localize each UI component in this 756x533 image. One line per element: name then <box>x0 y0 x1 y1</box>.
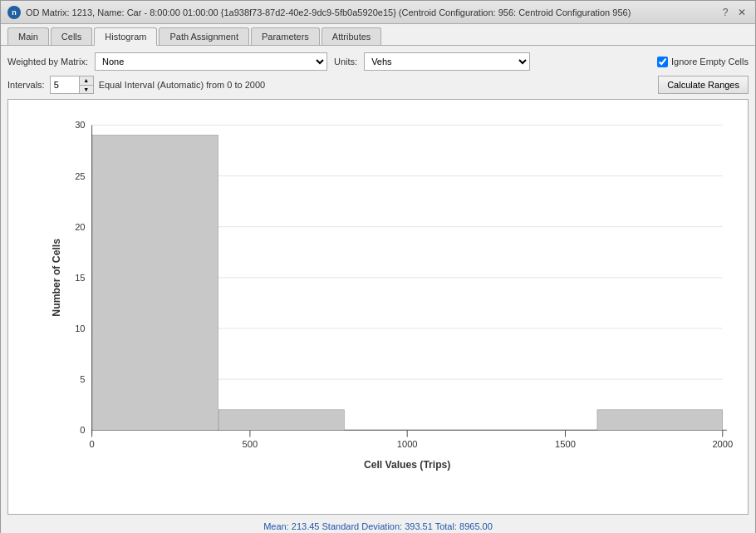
ignore-empty-text: Ignore Empty Cells <box>671 57 749 67</box>
bar-5 <box>597 410 723 430</box>
chart-area: 0 5 10 15 20 25 30 0 500 1000 1500 <box>7 99 749 515</box>
units-select[interactable]: Vehs <box>364 52 530 71</box>
tabs-bar: Main Cells Histogram Path Assignment Par… <box>1 24 755 46</box>
bar-1 <box>93 136 218 431</box>
svg-text:30: 30 <box>75 120 85 130</box>
svg-text:5: 5 <box>80 374 85 384</box>
histogram-chart: 0 5 10 15 20 25 30 0 500 1000 1500 <box>50 108 739 472</box>
intervals-row: Intervals: ▲ ▼ Equal Interval (Automatic… <box>7 76 749 94</box>
svg-text:2000: 2000 <box>712 439 733 449</box>
svg-text:Cell Values (Trips): Cell Values (Trips) <box>364 459 450 471</box>
weighted-row: Weighted by Matrix: None Units: Vehs Ign… <box>7 52 749 71</box>
title-buttons: ? ✕ <box>719 6 749 19</box>
svg-text:0: 0 <box>90 439 95 449</box>
tab-cells[interactable]: Cells <box>51 27 92 45</box>
spinbox-arrows: ▲ ▼ <box>80 76 93 93</box>
tab-histogram[interactable]: Histogram <box>94 27 157 46</box>
intervals-spinbox[interactable]: ▲ ▼ <box>50 76 94 94</box>
help-title-button[interactable]: ? <box>719 6 732 19</box>
tab-path-assignment[interactable]: Path Assignment <box>159 27 249 45</box>
title-bar: n OD Matrix: 1213, Name: Car - 8:00:00 0… <box>1 1 755 24</box>
weighted-select[interactable]: None <box>95 52 327 71</box>
svg-text:500: 500 <box>243 439 258 449</box>
tab-parameters[interactable]: Parameters <box>251 27 320 45</box>
bar-2 <box>218 410 344 430</box>
ignore-empty-checkbox[interactable] <box>657 57 668 67</box>
ignore-empty-label[interactable]: Ignore Empty Cells <box>657 57 749 67</box>
intervals-input[interactable] <box>51 76 80 93</box>
spinbox-up[interactable]: ▲ <box>80 76 93 86</box>
svg-text:1500: 1500 <box>555 439 576 449</box>
svg-text:25: 25 <box>75 171 85 181</box>
main-window: n OD Matrix: 1213, Name: Car - 8:00:00 0… <box>0 0 756 533</box>
weighted-label: Weighted by Matrix: <box>7 57 88 67</box>
calculate-ranges-button[interactable]: Calculate Ranges <box>658 76 749 94</box>
interval-description: Equal Interval (Automatic) from 0 to 200… <box>99 80 266 90</box>
tab-content: Weighted by Matrix: None Units: Vehs Ign… <box>1 46 755 533</box>
svg-text:Number of Cells: Number of Cells <box>51 239 62 317</box>
intervals-label: Intervals: <box>7 80 45 90</box>
app-icon: n <box>7 6 21 19</box>
svg-text:10: 10 <box>75 323 85 333</box>
close-title-button[interactable]: ✕ <box>735 6 749 19</box>
tab-main[interactable]: Main <box>7 27 49 45</box>
spinbox-down[interactable]: ▼ <box>80 86 93 94</box>
chart-inner: 0 5 10 15 20 25 30 0 500 1000 1500 <box>8 100 748 514</box>
tab-attributes[interactable]: Attributes <box>322 27 381 45</box>
svg-text:15: 15 <box>75 273 85 283</box>
svg-text:1000: 1000 <box>397 439 418 449</box>
units-label: Units: <box>334 57 357 67</box>
svg-text:20: 20 <box>75 222 85 232</box>
stats-text: Mean: 213.45 Standard Deviation: 393.51 … <box>263 521 493 531</box>
window-title: OD Matrix: 1213, Name: Car - 8:00:00 01:… <box>26 7 719 17</box>
stats-row: Mean: 213.45 Standard Deviation: 393.51 … <box>7 520 749 533</box>
svg-text:0: 0 <box>80 425 85 435</box>
